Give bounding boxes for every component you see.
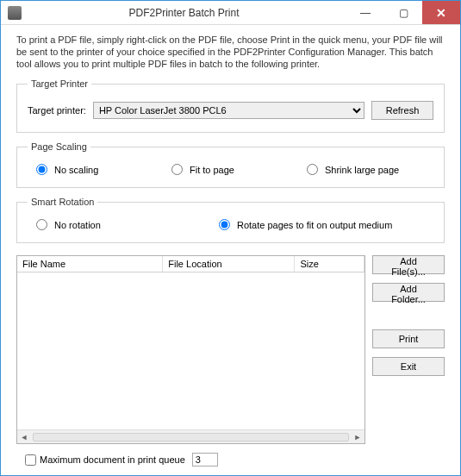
add-folder-button[interactable]: Add Folder... <box>372 283 445 302</box>
add-files-button[interactable]: Add File(s)... <box>372 255 445 274</box>
max-queue-input[interactable] <box>192 453 218 467</box>
fit-to-page-text: Fit to page <box>190 165 234 175</box>
refresh-button[interactable]: Refresh <box>371 101 433 120</box>
no-rotation-radio-label[interactable]: No rotation <box>28 219 210 230</box>
rotate-fit-radio-label[interactable]: Rotate pages to fit on output medium <box>210 219 433 230</box>
no-scaling-text: No scaling <box>54 165 98 175</box>
rotate-fit-text: Rotate pages to fit on output medium <box>237 220 392 230</box>
print-button[interactable]: Print <box>372 329 445 348</box>
shrink-large-radio-label[interactable]: Shrink large page <box>298 164 433 175</box>
side-buttons: Add File(s)... Add Folder... Print Exit <box>372 255 445 444</box>
page-scaling-legend: Page Scaling <box>28 141 90 152</box>
fit-to-page-radio[interactable] <box>171 164 183 175</box>
file-area: File Name File Location Size ◄ ► Add Fil… <box>16 255 445 444</box>
target-printer-label: Target printer: <box>28 105 86 116</box>
footer-row: Maximum document in print queue <box>16 453 445 467</box>
description-text: To print a PDF file, simply right-click … <box>16 34 445 70</box>
target-printer-select[interactable]: HP Color LaserJet 3800 PCL6 <box>93 102 364 119</box>
minimize-button[interactable]: — <box>346 1 384 24</box>
scroll-left-icon[interactable]: ◄ <box>17 433 31 442</box>
target-printer-legend: Target Printer <box>28 78 91 89</box>
target-printer-group: Target Printer Target printer: HP Color … <box>16 78 445 133</box>
file-list-header: File Name File Location Size <box>17 256 364 272</box>
max-queue-checkbox[interactable] <box>25 454 36 466</box>
window: PDF2Printer Batch Print — ▢ ✕ To print a… <box>0 0 461 476</box>
fit-to-page-radio-label[interactable]: Fit to page <box>163 164 298 175</box>
file-list-body <box>17 272 364 429</box>
maximize-button[interactable]: ▢ <box>384 1 422 24</box>
file-list: File Name File Location Size ◄ ► <box>16 255 365 444</box>
window-title: PDF2Printer Batch Print <box>22 7 346 19</box>
no-scaling-radio-label[interactable]: No scaling <box>28 164 163 175</box>
button-spacer <box>372 310 445 321</box>
exit-button[interactable]: Exit <box>372 357 445 376</box>
close-button[interactable]: ✕ <box>422 1 460 24</box>
smart-rotation-legend: Smart Rotation <box>28 197 97 207</box>
page-scaling-group: Page Scaling No scaling Fit to page Shri… <box>16 141 445 188</box>
titlebar: PDF2Printer Batch Print — ▢ ✕ <box>1 1 460 25</box>
shrink-large-text: Shrink large page <box>325 165 399 175</box>
column-file-location[interactable]: File Location <box>163 256 295 272</box>
scroll-track[interactable] <box>33 433 349 442</box>
window-controls: — ▢ ✕ <box>346 1 460 24</box>
content: To print a PDF file, simply right-click … <box>1 25 460 475</box>
smart-rotation-group: Smart Rotation No rotation Rotate pages … <box>16 197 445 243</box>
column-size[interactable]: Size <box>295 256 364 272</box>
horizontal-scrollbar[interactable]: ◄ ► <box>17 429 364 443</box>
shrink-large-radio[interactable] <box>307 164 318 175</box>
no-rotation-text: No rotation <box>54 220 101 230</box>
scroll-right-icon[interactable]: ► <box>351 433 364 442</box>
column-file-name[interactable]: File Name <box>17 256 163 272</box>
no-rotation-radio[interactable] <box>36 219 47 230</box>
max-queue-text: Maximum document in print queue <box>40 454 185 465</box>
app-icon <box>8 6 22 20</box>
no-scaling-radio[interactable] <box>36 164 47 175</box>
rotate-fit-radio[interactable] <box>219 219 230 230</box>
max-queue-checkbox-label[interactable]: Maximum document in print queue <box>16 454 185 466</box>
